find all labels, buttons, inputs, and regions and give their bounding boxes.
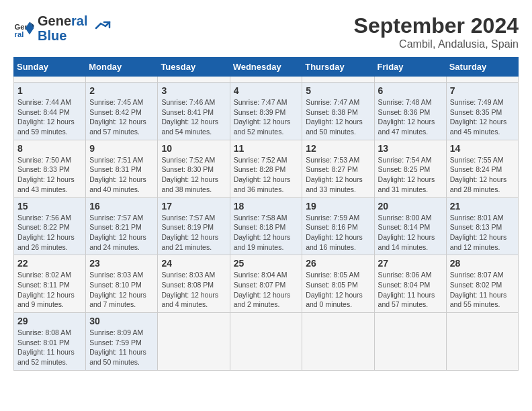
- day-24: 24 Sunrise: 8:03 AMSunset: 8:08 PMDaylig…: [158, 255, 230, 313]
- week-row-1-data: 1 Sunrise: 7:44 AMSunset: 8:44 PMDayligh…: [14, 83, 519, 140]
- col-friday: Friday: [374, 58, 446, 77]
- day-28: 28 Sunrise: 8:07 AMSunset: 8:02 PMDaylig…: [446, 255, 518, 313]
- empty-cell: [158, 313, 230, 371]
- month-title: September 2024: [354, 13, 519, 38]
- logo-text-line2: Blue: [38, 28, 88, 43]
- day-9: 9 Sunrise: 7:51 AMSunset: 8:31 PMDayligh…: [86, 140, 158, 197]
- logo-text-line1: General: [38, 13, 88, 28]
- empty-cell: [302, 313, 374, 371]
- day-22: 22 Sunrise: 8:02 AMSunset: 8:11 PMDaylig…: [14, 255, 86, 313]
- day-25: 25 Sunrise: 8:04 AMSunset: 8:07 PMDaylig…: [230, 255, 302, 313]
- day-23: 23 Sunrise: 8:03 AMSunset: 8:10 PMDaylig…: [86, 255, 158, 313]
- day-15: 15 Sunrise: 7:56 AMSunset: 8:22 PMDaylig…: [14, 197, 86, 255]
- week-row-5-data: 29 Sunrise: 8:08 AMSunset: 8:01 PMDaylig…: [14, 313, 519, 371]
- day-8: 8 Sunrise: 7:50 AMSunset: 8:33 PMDayligh…: [14, 140, 86, 197]
- empty-cell: [374, 77, 446, 83]
- day-30: 30 Sunrise: 8:09 AMSunset: 7:59 PMDaylig…: [86, 313, 158, 371]
- week-row-2-data: 8 Sunrise: 7:50 AMSunset: 8:33 PMDayligh…: [14, 140, 519, 197]
- page-header: Gene ral General Blue September 2024 Cam…: [13, 13, 519, 50]
- col-wednesday: Wednesday: [230, 58, 302, 77]
- logo: Gene ral General Blue: [13, 13, 111, 43]
- day-18: 18 Sunrise: 7:58 AMSunset: 8:18 PMDaylig…: [230, 197, 302, 255]
- day-3: 3 Sunrise: 7:46 AMSunset: 8:41 PMDayligh…: [158, 83, 230, 140]
- empty-cell: [158, 77, 230, 83]
- empty-cell: [302, 77, 374, 83]
- empty-cell: [446, 313, 518, 371]
- day-6: 6 Sunrise: 7:48 AMSunset: 8:36 PMDayligh…: [374, 83, 446, 140]
- col-monday: Monday: [86, 58, 158, 77]
- day-12: 12 Sunrise: 7:53 AMSunset: 8:27 PMDaylig…: [302, 140, 374, 197]
- day-10: 10 Sunrise: 7:52 AMSunset: 8:30 PMDaylig…: [158, 140, 230, 197]
- col-sunday: Sunday: [14, 58, 86, 77]
- title-area: September 2024 Cambil, Andalusia, Spain: [354, 13, 519, 50]
- empty-cell: [14, 77, 86, 83]
- svg-text:ral: ral: [15, 30, 24, 38]
- day-11: 11 Sunrise: 7:52 AMSunset: 8:28 PMDaylig…: [230, 140, 302, 197]
- empty-cell: [86, 77, 158, 83]
- day-20: 20 Sunrise: 8:00 AMSunset: 8:14 PMDaylig…: [374, 197, 446, 255]
- day-21: 21 Sunrise: 8:01 AMSunset: 8:13 PMDaylig…: [446, 197, 518, 255]
- col-saturday: Saturday: [446, 58, 518, 77]
- empty-cell: [446, 77, 518, 83]
- location-title: Cambil, Andalusia, Spain: [354, 38, 519, 50]
- day-4: 4 Sunrise: 7:47 AMSunset: 8:39 PMDayligh…: [230, 83, 302, 140]
- empty-cell: [374, 313, 446, 371]
- day-27: 27 Sunrise: 8:06 AMSunset: 8:04 PMDaylig…: [374, 255, 446, 313]
- week-row-4-data: 22 Sunrise: 8:02 AMSunset: 8:11 PMDaylig…: [14, 255, 519, 313]
- day-5: 5 Sunrise: 7:47 AMSunset: 8:38 PMDayligh…: [302, 83, 374, 140]
- empty-cell: [230, 77, 302, 83]
- day-7: 7 Sunrise: 7:49 AMSunset: 8:35 PMDayligh…: [446, 83, 518, 140]
- day-13: 13 Sunrise: 7:54 AMSunset: 8:25 PMDaylig…: [374, 140, 446, 197]
- logo-bird-icon: [91, 18, 111, 38]
- week-row-3-data: 15 Sunrise: 7:56 AMSunset: 8:22 PMDaylig…: [14, 197, 519, 255]
- day-26: 26 Sunrise: 8:05 AMSunset: 8:05 PMDaylig…: [302, 255, 374, 313]
- day-2: 2 Sunrise: 7:45 AMSunset: 8:42 PMDayligh…: [86, 83, 158, 140]
- logo-icon: Gene ral: [13, 17, 35, 39]
- week-row-1: [14, 77, 519, 83]
- day-16: 16 Sunrise: 7:57 AMSunset: 8:21 PMDaylig…: [86, 197, 158, 255]
- empty-cell: [230, 313, 302, 371]
- calendar-header-row: Sunday Monday Tuesday Wednesday Thursday…: [14, 58, 519, 77]
- day-19: 19 Sunrise: 7:59 AMSunset: 8:16 PMDaylig…: [302, 197, 374, 255]
- day-17: 17 Sunrise: 7:57 AMSunset: 8:19 PMDaylig…: [158, 197, 230, 255]
- calendar-table: Sunday Monday Tuesday Wednesday Thursday…: [13, 57, 519, 371]
- day-29: 29 Sunrise: 8:08 AMSunset: 8:01 PMDaylig…: [14, 313, 86, 371]
- day-1: 1 Sunrise: 7:44 AMSunset: 8:44 PMDayligh…: [14, 83, 86, 140]
- col-tuesday: Tuesday: [158, 58, 230, 77]
- day-14: 14 Sunrise: 7:55 AMSunset: 8:24 PMDaylig…: [446, 140, 518, 197]
- col-thursday: Thursday: [302, 58, 374, 77]
